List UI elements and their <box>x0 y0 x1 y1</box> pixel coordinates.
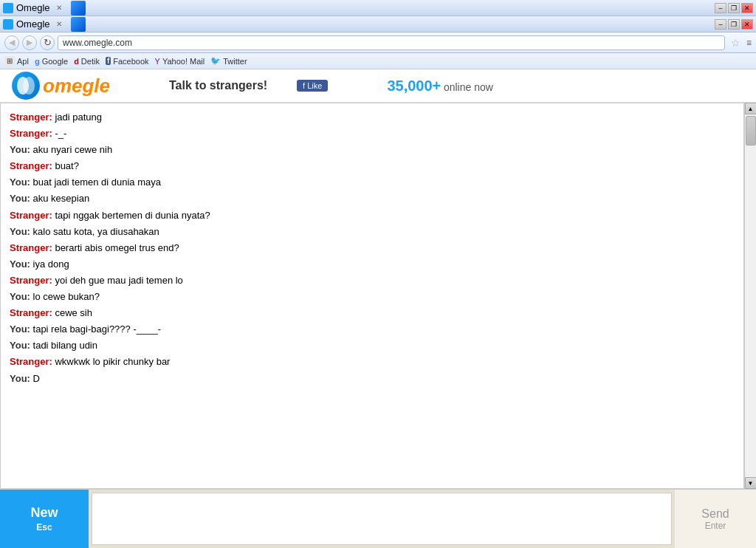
maximize-btn-2[interactable]: ❐ <box>728 19 740 30</box>
facebook-like-btn[interactable]: f Like <box>297 80 328 92</box>
bookmark-apps-label: Apl <box>17 57 29 66</box>
bookmark-facebook[interactable]: f Facebook <box>106 57 149 66</box>
stranger-label: Stranger: <box>10 112 52 123</box>
minimize-btn-1[interactable]: – <box>715 3 726 13</box>
logo-icon <box>12 72 40 100</box>
chat-message: You: lo cewe bukan? <box>10 289 735 305</box>
bookmark-twitter[interactable]: 🐦 Twitter <box>210 56 247 66</box>
bookmarks-bar: ⊞ Apl g Google d Detik f Facebook Y Yaho… <box>0 53 756 69</box>
chat-message: You: aku kesepian <box>10 191 735 207</box>
chat-input[interactable] <box>92 493 672 545</box>
you-label: You: <box>10 144 30 155</box>
chat-message: You: buat jadi temen di dunia maya <box>10 174 735 191</box>
you-label: You: <box>10 340 30 351</box>
send-button[interactable]: Send Enter <box>675 490 756 548</box>
chat-message: You: iya dong <box>10 256 735 273</box>
close-btn-2[interactable]: ✕ <box>741 19 753 30</box>
bookmark-apps[interactable]: ⊞ Apl <box>4 56 29 66</box>
apps-icon: ⊞ <box>4 56 15 66</box>
facebook-icon: f <box>106 57 111 65</box>
chat-message: Stranger: -_- <box>10 126 735 142</box>
new-tab-btn-1[interactable] <box>71 1 86 16</box>
back-btn[interactable]: ◀ <box>4 35 19 50</box>
chat-message: You: tapi rela bagi-bagi???? -____- <box>10 321 735 338</box>
new-sub-label: Esc <box>36 522 52 532</box>
refresh-btn[interactable]: ↻ <box>40 35 55 50</box>
omegle-logo: omegle <box>12 72 110 100</box>
yahoo-icon: Y <box>155 57 160 66</box>
chat-messages: Stranger: jadi patungStranger: -_-You: a… <box>10 109 735 387</box>
you-label: You: <box>10 177 30 188</box>
scrollbar[interactable]: ▲ ▼ <box>744 103 756 489</box>
you-label: You: <box>10 193 30 204</box>
chat-message: Stranger: tapi nggak bertemen di dunia n… <box>10 208 735 224</box>
tab-favicon-1 <box>3 3 13 13</box>
page-content: omegle Talk to strangers! f Like 35,000+… <box>0 69 756 548</box>
bottom-bar: New Esc Send Enter <box>0 489 756 548</box>
you-label: You: <box>10 226 30 237</box>
you-label: You: <box>10 291 30 302</box>
tab-close-2[interactable]: ✕ <box>56 20 62 28</box>
title-bar-1: Omegle ✕ – ❐ ✕ <box>0 0 756 16</box>
bookmark-yahoo[interactable]: Y Yahoo! Mail <box>155 57 205 66</box>
browser-window: Omegle ✕ – ❐ ✕ Omegle ✕ – ❐ ✕ ◀ ▶ ↻ www.… <box>0 0 756 548</box>
you-label: You: <box>10 258 30 270</box>
stranger-label: Stranger: <box>10 356 52 367</box>
title-bar-2: Omegle ✕ – ❐ ✕ <box>0 16 756 32</box>
stranger-label: Stranger: <box>10 242 52 253</box>
stranger-label: Stranger: <box>10 210 52 221</box>
new-label: New <box>30 505 58 521</box>
detik-icon: d <box>74 57 79 66</box>
address-bar[interactable]: www.omegle.com <box>58 35 725 50</box>
forward-btn[interactable]: ▶ <box>22 35 37 50</box>
tab-title-2: Omegle <box>16 18 50 30</box>
scroll-down-btn[interactable]: ▼ <box>745 477 757 489</box>
chat-area[interactable]: Stranger: jadi patungStranger: -_-You: a… <box>0 103 744 489</box>
chat-message: Stranger: jadi patung <box>10 109 735 126</box>
chat-message: Stranger: wkwkwk lo pikir chunky bar <box>10 354 735 370</box>
minimize-btn-2[interactable]: – <box>715 19 726 30</box>
chat-message: Stranger: buat? <box>10 158 735 174</box>
omegle-header: omegle Talk to strangers! f Like 35,000+… <box>0 69 756 103</box>
you-label: You: <box>10 373 30 384</box>
scroll-track <box>745 114 757 477</box>
url-text: www.omegle.com <box>63 38 132 48</box>
menu-btn[interactable]: ≡ <box>746 38 752 48</box>
you-label: You: <box>10 323 30 335</box>
scroll-thumb[interactable] <box>746 116 756 145</box>
window-controls-2: – ❐ ✕ <box>715 19 753 30</box>
new-button[interactable]: New Esc <box>0 490 89 548</box>
chat-message: Stranger: berarti abis omegel trus end? <box>10 240 735 256</box>
online-count-area: 35,000+ online now <box>357 78 492 95</box>
window-controls-1: – ❐ ✕ <box>715 3 753 13</box>
stranger-label: Stranger: <box>10 275 52 286</box>
chat-message: You: aku nyari cewe nih <box>10 142 735 158</box>
tab-title-1: Omegle <box>16 2 50 13</box>
nav-bar: ◀ ▶ ↻ www.omegle.com ☆ ≡ <box>0 32 756 53</box>
online-count: 35,000+ <box>387 78 441 94</box>
chat-message: Stranger: cewe sih <box>10 305 735 321</box>
tab-favicon-2 <box>3 19 13 30</box>
tab-close-1[interactable]: ✕ <box>56 4 62 12</box>
google-icon: g <box>35 57 40 66</box>
bookmark-detik-label: Detik <box>81 57 100 66</box>
bookmark-google[interactable]: g Google <box>35 57 68 66</box>
stranger-label: Stranger: <box>10 307 52 318</box>
scroll-up-btn[interactable]: ▲ <box>745 103 757 114</box>
fb-like-label: f Like <box>303 81 322 90</box>
bookmark-twitter-label: Twitter <box>223 57 247 66</box>
close-btn-1[interactable]: ✕ <box>741 3 753 13</box>
maximize-btn-1[interactable]: ❐ <box>728 3 740 13</box>
bookmark-star[interactable]: ☆ <box>731 37 740 49</box>
bookmark-detik[interactable]: d Detik <box>74 57 100 66</box>
twitter-icon: 🐦 <box>210 56 221 66</box>
chat-message: You: D <box>10 371 735 387</box>
bookmark-google-label: Google <box>42 57 68 66</box>
chat-message: You: tadi bilang udin <box>10 338 735 354</box>
stranger-label: Stranger: <box>10 128 52 139</box>
new-tab-btn-2[interactable] <box>71 17 86 32</box>
tagline: Talk to strangers! <box>169 79 267 92</box>
send-label: Send <box>701 507 729 521</box>
send-sub-label: Enter <box>705 521 726 531</box>
chat-container: Stranger: jadi patungStranger: -_-You: a… <box>0 103 756 489</box>
